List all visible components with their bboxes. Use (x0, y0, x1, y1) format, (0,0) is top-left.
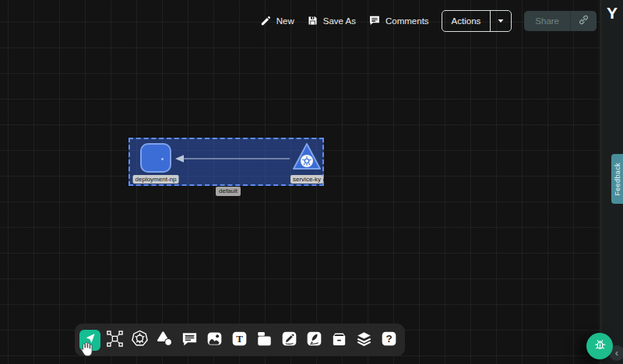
layers-tool[interactable] (354, 330, 375, 351)
select-tool[interactable] (79, 330, 100, 351)
save-icon (307, 15, 319, 28)
image-tool[interactable] (204, 330, 225, 351)
layers-icon (355, 330, 373, 351)
link-icon (578, 14, 590, 29)
shapes-icon (156, 330, 174, 351)
shapes-tool[interactable] (154, 330, 175, 351)
svg-text:T: T (236, 333, 243, 345)
comments-label: Comments (385, 16, 429, 26)
feedback-label: Feedback (614, 163, 621, 196)
note-icon (255, 330, 273, 351)
chevron-left-icon: ‹ (615, 347, 618, 359)
actions-dropdown[interactable] (491, 14, 511, 28)
bottom-toolbar: T (75, 324, 405, 356)
svg-text:?: ? (385, 333, 392, 345)
archive-icon (330, 330, 348, 351)
kubernetes-tool[interactable] (129, 330, 150, 351)
new-label: New (276, 16, 294, 26)
flow-diagram-tool[interactable] (104, 330, 125, 351)
share-button[interactable]: Share (524, 16, 570, 26)
text-icon: T (231, 330, 248, 351)
help-tool[interactable]: ? (378, 330, 399, 351)
comment-tool[interactable] (179, 330, 200, 351)
image-icon (206, 330, 224, 351)
actions-button[interactable]: Actions (442, 10, 512, 32)
help-icon: ? (380, 330, 398, 351)
deployment-node-label: deployment-np (133, 175, 179, 184)
cursor-arrow-icon (83, 331, 97, 348)
service-node-label: service-ky (290, 175, 323, 184)
new-button[interactable]: New (260, 15, 294, 28)
text-tool[interactable]: T (229, 330, 250, 351)
top-toolbar: New Save As Comments Actions Share (260, 10, 597, 32)
bug-icon (593, 338, 607, 355)
flow-diagram-icon (106, 330, 124, 351)
app-logo: Y (601, 4, 623, 23)
comment-icon (181, 330, 199, 351)
chevron-down-icon (497, 14, 505, 28)
note-tool[interactable] (254, 330, 275, 351)
highlighter-tool[interactable] (304, 330, 325, 351)
pen-icon (280, 330, 298, 351)
namespace-label: default (216, 187, 241, 196)
archive-tool[interactable] (329, 330, 350, 351)
comments-button[interactable]: Comments (368, 14, 429, 28)
copy-link-button[interactable] (571, 14, 597, 29)
namespace-group-selection[interactable]: deployment-np service-ky (128, 138, 324, 186)
save-as-button[interactable]: Save As (307, 15, 356, 28)
pen-tool[interactable] (279, 330, 300, 351)
service-node[interactable] (291, 142, 322, 173)
highlighter-icon (305, 330, 323, 351)
actions-label: Actions (442, 16, 491, 26)
kubernetes-icon (131, 330, 149, 351)
share-button-group: Share (524, 11, 597, 31)
edge-attach-dot (161, 158, 164, 160)
feedback-tab[interactable]: Feedback (611, 154, 623, 204)
save-as-label: Save As (323, 16, 356, 26)
pencil-icon (260, 15, 272, 28)
deployment-node[interactable] (140, 143, 171, 173)
report-bug-button[interactable] (586, 333, 613, 359)
edge-arrow[interactable] (173, 154, 293, 163)
comment-icon (368, 14, 381, 28)
right-sidebar-strip: Y Feedback (600, 0, 623, 364)
